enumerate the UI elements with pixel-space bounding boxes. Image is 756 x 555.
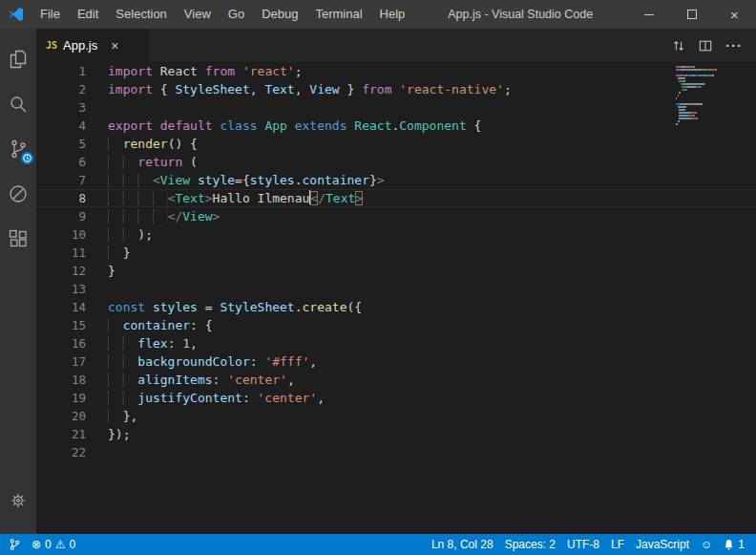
menu-selection[interactable]: Selection	[107, 0, 175, 29]
minimap-line	[676, 69, 725, 71]
editor-actions: ···	[672, 29, 756, 62]
minimap[interactable]	[676, 66, 725, 129]
code-line-2[interactable]: 2import { StyleSheet, Text, View } from …	[36, 80, 756, 98]
close-button[interactable]: ×	[713, 0, 756, 29]
code-line-9[interactable]: 9 </View>	[36, 207, 756, 225]
line-number: 16	[36, 334, 86, 352]
code-line-3[interactable]: 3	[36, 98, 756, 117]
minimap-token	[701, 86, 702, 88]
tab-appjs[interactable]: JS App.js ×	[36, 29, 149, 62]
code-line-14[interactable]: 14const styles = StyleSheet.create({	[36, 298, 756, 316]
eol-button[interactable]: LF	[605, 538, 630, 551]
minimap-line	[676, 123, 725, 125]
title-bar: File Edit Selection View Go Debug Termin…	[0, 0, 756, 29]
menu-debug[interactable]: Debug	[253, 0, 306, 29]
code-token: ,	[317, 391, 325, 405]
code-token: render	[123, 137, 168, 151]
code-text: import React from 'react';	[108, 62, 303, 80]
code-line-18[interactable]: 18 alignItems: 'center',	[36, 371, 756, 389]
open-changes-icon[interactable]	[672, 39, 685, 53]
activity-search-button[interactable]	[0, 81, 36, 126]
code-token: ({	[347, 300, 363, 314]
code-line-7[interactable]: 7 <View style={styles.container}>	[36, 171, 756, 189]
feedback-button[interactable]: ☺	[695, 538, 718, 551]
menu-go[interactable]: Go	[220, 0, 253, 29]
code-token	[145, 300, 153, 314]
code-line-20[interactable]: 20 },	[36, 407, 756, 425]
code-line-13[interactable]: 13	[36, 280, 756, 298]
code-line-10[interactable]: 10 );	[36, 225, 756, 244]
code-line-4[interactable]: 4export default class App extends React.…	[36, 117, 756, 135]
menu-edit[interactable]: Edit	[69, 0, 107, 29]
eol: LF	[611, 538, 624, 551]
code-token	[108, 209, 168, 224]
code-text: backgroundColor: '#fff',	[108, 352, 317, 371]
code-line-1[interactable]: 1import React from 'react';	[36, 62, 756, 80]
maximize-button[interactable]	[670, 0, 713, 29]
search-icon	[7, 93, 30, 116]
remote-branch-button[interactable]	[4, 534, 26, 555]
menu-terminal[interactable]: Terminal	[306, 0, 370, 29]
code-token: style	[198, 173, 235, 187]
line-number: 22	[36, 443, 86, 461]
code-token: extends	[295, 118, 347, 133]
code-token: );	[137, 227, 153, 242]
code-line-22[interactable]: 22	[36, 443, 756, 461]
minimap-line	[676, 66, 725, 68]
tab-bar: JS App.js × ···	[36, 29, 756, 62]
menu-file[interactable]: File	[32, 0, 69, 29]
code-line-6[interactable]: 6 return (	[36, 153, 756, 171]
code-line-8[interactable]: 8 <Text>Hallo Ilmenau</Text>	[36, 189, 756, 207]
code-text: justifyContent: 'center',	[108, 389, 325, 407]
language-mode-button[interactable]: JavaScript	[630, 538, 695, 551]
error-icon: ⊗	[32, 538, 41, 551]
minimap-token	[704, 83, 705, 85]
editor-group: JS App.js × ··· 1import React from 'reac…	[36, 29, 756, 534]
code-token: :	[250, 354, 265, 369]
problems-button[interactable]: ⊗ 0 ⚠ 0	[26, 534, 81, 555]
code-line-12[interactable]: 12}	[36, 262, 756, 280]
code-token	[108, 318, 123, 332]
code-token: ,	[287, 373, 295, 387]
tab-close-icon[interactable]: ×	[111, 39, 118, 53]
code-line-16[interactable]: 16 flex: 1,	[36, 334, 756, 352]
notifications-button[interactable]: 1	[718, 538, 750, 551]
minimap-line	[676, 112, 725, 114]
manage-settings-button[interactable]	[0, 478, 36, 523]
minimize-button[interactable]	[627, 0, 670, 29]
code-line-19[interactable]: 19 justifyContent: 'center',	[36, 389, 756, 407]
indentation-button[interactable]: Spaces: 2	[499, 538, 561, 551]
menu-help[interactable]: Help	[371, 0, 414, 29]
cursor-position: Ln 8, Col 28	[431, 538, 494, 551]
code-token: container	[303, 173, 369, 187]
code-token: </	[168, 209, 183, 224]
more-actions-icon[interactable]: ···	[725, 37, 743, 53]
code-token: from	[362, 82, 391, 96]
code-token: });	[108, 427, 130, 441]
code-token: ,	[250, 82, 265, 96]
code-token: :	[168, 336, 183, 351]
menu-view[interactable]: View	[176, 0, 220, 29]
code-token	[108, 155, 137, 169]
code-line-15[interactable]: 15 container: {	[36, 316, 756, 334]
split-editor-icon[interactable]	[699, 39, 712, 53]
activity-debug-button[interactable]	[0, 171, 36, 216]
activity-source-control-button[interactable]	[0, 126, 36, 171]
encoding-button[interactable]: UTF-8	[561, 538, 605, 551]
editor[interactable]: 1import React from 'react';2import { Sty…	[36, 62, 756, 534]
code-line-5[interactable]: 5 render() {	[36, 135, 756, 153]
status-bar-right: Ln 8, Col 28 Spaces: 2 UTF-8 LF JavaScri…	[426, 538, 756, 551]
extensions-icon	[7, 227, 30, 250]
code-line-17[interactable]: 17 backgroundColor: '#fff',	[36, 352, 756, 371]
code-token: }	[340, 82, 362, 96]
activity-explorer-button[interactable]	[0, 36, 36, 81]
cursor-position-button[interactable]: Ln 8, Col 28	[426, 538, 499, 551]
activity-extensions-button[interactable]	[0, 216, 36, 261]
warning-icon: ⚠	[55, 538, 66, 551]
code-token	[235, 64, 242, 78]
window-title: App.js - Visual Studio Code	[413, 8, 627, 21]
code-line-21[interactable]: 21});	[36, 425, 756, 443]
code-line-11[interactable]: 11 }	[36, 244, 756, 262]
close-icon: ×	[730, 8, 739, 22]
minimap-token	[686, 86, 696, 88]
